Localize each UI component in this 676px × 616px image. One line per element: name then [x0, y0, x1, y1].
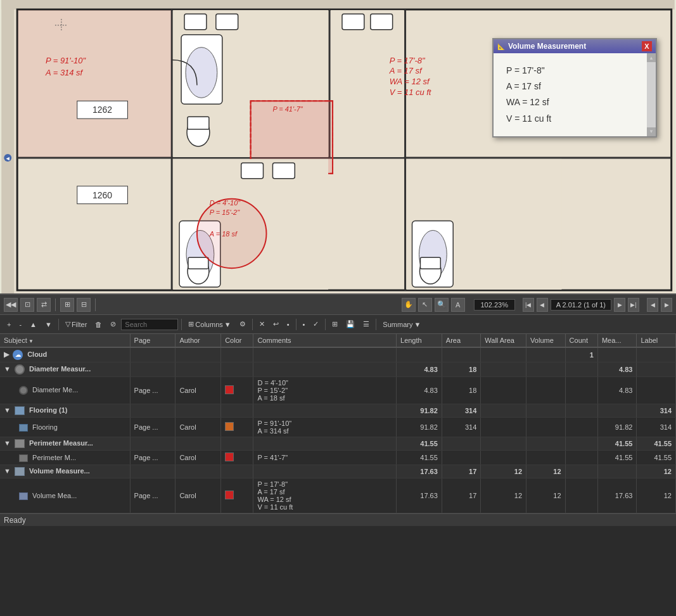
save-btn[interactable]: 💾	[343, 319, 358, 330]
volume-group-volume: 12	[526, 465, 566, 478]
table-row-volume-item[interactable]: Volume Mea... Page ... Carol P = 17'-8"A…	[0, 478, 676, 513]
diameter-expand-icon[interactable]: ▼	[4, 365, 11, 373]
volume-item-author: Carol	[175, 478, 221, 513]
columns-icon: ⊞	[188, 320, 194, 328]
toolbar-btn-split[interactable]: ⊟	[77, 298, 91, 312]
uncheck-btn[interactable]: ⊘	[107, 319, 119, 330]
perimeter-item-volume	[526, 451, 566, 465]
toolbar-sep-1	[55, 298, 56, 311]
toolbar-btn-grid[interactable]: ⊞	[60, 298, 74, 312]
nav-next-sheet[interactable]: ▶	[661, 298, 672, 312]
move-down-btn[interactable]: ▼	[42, 319, 55, 330]
search-input[interactable]	[121, 319, 178, 330]
table-row-diameter-group[interactable]: ▼ Diameter Measur... 4.83 18 4.83	[0, 363, 676, 377]
volume-popup-line-1: P = 17'-8"	[506, 63, 643, 79]
scroll-up-btn[interactable]: ▲	[647, 53, 656, 62]
columns-btn[interactable]: ⊞ Columns ▼	[185, 319, 234, 330]
volume-popup-scrollbar[interactable]: ▲ ▼	[647, 53, 656, 136]
summary-btn[interactable]: Summary ▼	[379, 319, 424, 330]
table-row-cloud[interactable]: ▶ ☁ Cloud 1	[0, 347, 676, 363]
flooring-group-label: 314	[637, 404, 676, 418]
table-row-flooring-item[interactable]: Flooring Page ... Carol P = 91'-10"A = 3…	[0, 418, 676, 437]
toolbar-btn-select[interactable]: ↖	[418, 298, 432, 312]
toolbar-btn-prev-doc[interactable]: ◀◀	[4, 298, 18, 312]
export-btn[interactable]: ⊞	[329, 319, 341, 330]
toolbar-btn-fit[interactable]: ⊡	[20, 298, 34, 312]
toolbar-sep-2	[95, 298, 96, 311]
nav-next[interactable]: ▶	[614, 298, 625, 312]
list-btn[interactable]: ☰	[360, 319, 373, 330]
volume-group-page	[130, 465, 175, 478]
svg-rect-16	[184, 14, 207, 30]
col-header-comments[interactable]: Comments	[253, 334, 397, 347]
svg-text:A = 17 sf: A = 17 sf	[389, 66, 423, 75]
perimeter-group-page	[130, 437, 175, 451]
cloud-label: Cloud	[27, 350, 47, 358]
svg-text:D = 4'-10": D = 4'-10"	[210, 199, 241, 207]
col-header-color[interactable]: Color	[221, 334, 253, 347]
zoom-display[interactable]: 102.23%	[474, 299, 515, 311]
volume-group-label: Volume Measure...	[29, 467, 90, 475]
table-row-perimeter-item[interactable]: Perimeter M... Page ... Carol P = 41'-7"…	[0, 451, 676, 465]
volume-popup-title: Volume Measurement	[508, 42, 586, 51]
move-up-btn[interactable]: ▲	[27, 319, 40, 330]
check-btn[interactable]: ✓	[310, 319, 322, 330]
col-header-label[interactable]: Label	[637, 334, 676, 347]
nav-prev-sheet[interactable]: ◀	[647, 298, 658, 312]
col-header-page[interactable]: Page	[130, 334, 175, 347]
flooring-color-swatch	[225, 422, 234, 431]
remove-measurement-btn[interactable]: -	[16, 319, 25, 330]
volume-item-wallarea: 12	[481, 478, 526, 513]
cloud-expand-icon[interactable]: ▶	[4, 350, 9, 358]
perimeter-item-icon	[19, 454, 28, 462]
volume-popup-body: P = 17'-8" A = 17 sf WA = 12 sf V = 11 c…	[494, 53, 656, 136]
perimeter-expand-icon[interactable]: ▼	[4, 439, 11, 447]
delete-btn[interactable]: 🗑	[92, 319, 105, 330]
col-header-area[interactable]: Area	[442, 334, 481, 347]
col-header-length[interactable]: Length	[397, 334, 442, 347]
diameter-group-length: 4.83	[397, 363, 442, 377]
redo-btn[interactable]: •	[284, 319, 293, 330]
col-header-count[interactable]: Count	[565, 334, 597, 347]
cloud-page	[130, 347, 175, 363]
svg-text:P = 91'-10": P = 91'-10"	[46, 56, 86, 65]
settings-btn[interactable]: ⚙	[236, 319, 249, 330]
volume-popup-header: 📐 Volume Measurement X	[494, 39, 656, 53]
toolbar-btn-type[interactable]: A	[451, 298, 465, 312]
close-btn[interactable]: ✕	[256, 319, 268, 330]
nav-first[interactable]: |◀	[523, 298, 534, 312]
add-measurement-btn[interactable]: +	[4, 319, 14, 330]
flooring-expand-icon[interactable]: ▼	[4, 406, 11, 414]
perimeter-item-label: Perimeter M...	[32, 454, 76, 461]
table-row-flooring-group[interactable]: ▼ Flooring (1) 91.82 314 314	[0, 404, 676, 418]
toolbar-btn-pan[interactable]: ✋	[402, 298, 416, 312]
table-row-perimeter-group[interactable]: ▼ Perimeter Measur... 41.55 41.55 41.55	[0, 437, 676, 451]
perimeter-group-wallarea	[481, 437, 526, 451]
col-header-mea[interactable]: Mea...	[597, 334, 637, 347]
diameter-item-volume	[526, 377, 566, 404]
filter-btn[interactable]: ▽ Filter	[62, 319, 90, 330]
status-text: Ready	[4, 516, 26, 525]
volume-group-icon	[15, 467, 25, 476]
nav-last[interactable]: ▶|	[628, 298, 639, 312]
col-header-wallarea[interactable]: Wall Area	[481, 334, 526, 347]
nav-prev[interactable]: ◀	[537, 298, 548, 312]
volume-popup-line-3: WA = 12 sf	[506, 94, 643, 110]
perimeter-item-page: Page ...	[130, 451, 175, 465]
toolbar-btn-sync[interactable]: ⇄	[37, 298, 51, 312]
volume-expand-icon[interactable]: ▼	[4, 467, 11, 475]
col-header-subject[interactable]: Subject	[0, 334, 130, 347]
scroll-down-btn[interactable]: ▼	[647, 127, 656, 136]
undo-btn[interactable]: ↩	[270, 319, 282, 330]
table-row-diameter-item[interactable]: Diameter Me... Page ... Carol D = 4'-10"…	[0, 377, 676, 404]
col-header-author[interactable]: Author	[175, 334, 221, 347]
table-row-volume-group[interactable]: ▼ Volume Measure... 17.63 17 12 12 12	[0, 465, 676, 478]
volume-popup-close-button[interactable]: X	[642, 41, 652, 51]
dots-btn[interactable]: •	[300, 319, 309, 330]
toolbar-btn-zoom-in[interactable]: 🔍	[435, 298, 449, 312]
meas-sep-3	[252, 319, 253, 330]
col-header-volume[interactable]: Volume	[526, 334, 566, 347]
svg-rect-1	[1, 0, 14, 293]
cloud-wallarea	[481, 347, 526, 363]
diameter-icon	[15, 364, 25, 375]
